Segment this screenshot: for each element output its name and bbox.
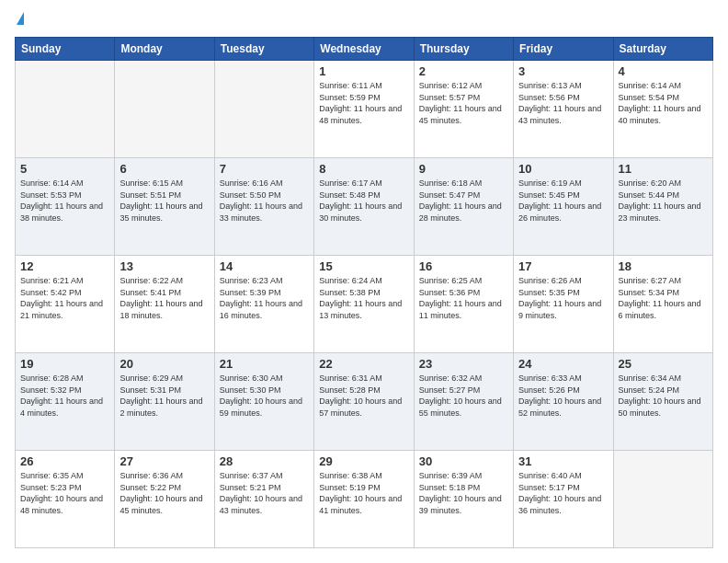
day-number: 27 <box>119 454 209 468</box>
weekday-header-row: SundayMondayTuesdayWednesdayThursdayFrid… <box>16 38 713 61</box>
weekday-header: Saturday <box>613 38 712 61</box>
day-number: 18 <box>619 259 708 273</box>
page: SundayMondayTuesdayWednesdayThursdayFrid… <box>0 0 728 563</box>
calendar-cell: 25Sunrise: 6:34 AM Sunset: 5:24 PM Dayli… <box>613 353 712 451</box>
day-info: Sunrise: 6:28 AM Sunset: 5:32 PM Dayligh… <box>20 373 109 419</box>
day-number: 14 <box>220 259 309 273</box>
calendar-cell <box>214 61 313 158</box>
day-number: 19 <box>20 357 109 371</box>
calendar-cell: 23Sunrise: 6:32 AM Sunset: 5:27 PM Dayli… <box>414 353 513 451</box>
day-info: Sunrise: 6:24 AM Sunset: 5:38 PM Dayligh… <box>319 275 408 321</box>
weekday-header: Tuesday <box>214 38 313 61</box>
calendar-week-row: 26Sunrise: 6:35 AM Sunset: 5:23 PM Dayli… <box>16 451 713 548</box>
calendar-cell: 15Sunrise: 6:24 AM Sunset: 5:38 PM Dayli… <box>314 256 414 353</box>
day-info: Sunrise: 6:14 AM Sunset: 5:54 PM Dayligh… <box>619 80 708 126</box>
day-info: Sunrise: 6:23 AM Sunset: 5:39 PM Dayligh… <box>220 275 309 321</box>
day-info: Sunrise: 6:18 AM Sunset: 5:47 PM Dayligh… <box>419 178 508 224</box>
header <box>15 15 713 28</box>
day-number: 25 <box>619 357 708 371</box>
day-info: Sunrise: 6:40 AM Sunset: 5:17 PM Dayligh… <box>518 470 608 516</box>
calendar-cell: 4Sunrise: 6:14 AM Sunset: 5:54 PM Daylig… <box>613 61 712 158</box>
day-info: Sunrise: 6:12 AM Sunset: 5:57 PM Dayligh… <box>419 80 508 126</box>
weekday-header: Friday <box>514 38 613 61</box>
weekday-header: Wednesday <box>314 38 414 61</box>
day-number: 1 <box>319 64 408 78</box>
day-info: Sunrise: 6:16 AM Sunset: 5:50 PM Dayligh… <box>220 178 309 224</box>
day-info: Sunrise: 6:30 AM Sunset: 5:30 PM Dayligh… <box>220 373 309 419</box>
calendar-cell <box>613 451 712 548</box>
day-number: 17 <box>518 259 608 273</box>
weekday-header: Sunday <box>16 38 115 61</box>
calendar-cell: 6Sunrise: 6:15 AM Sunset: 5:51 PM Daylig… <box>115 158 214 256</box>
day-number: 20 <box>119 357 209 371</box>
day-info: Sunrise: 6:20 AM Sunset: 5:44 PM Dayligh… <box>619 178 708 224</box>
day-info: Sunrise: 6:22 AM Sunset: 5:41 PM Dayligh… <box>119 275 209 321</box>
day-info: Sunrise: 6:13 AM Sunset: 5:56 PM Dayligh… <box>518 80 608 126</box>
day-info: Sunrise: 6:35 AM Sunset: 5:23 PM Dayligh… <box>20 470 109 516</box>
day-info: Sunrise: 6:14 AM Sunset: 5:53 PM Dayligh… <box>20 178 109 224</box>
day-number: 26 <box>20 454 109 468</box>
day-number: 31 <box>518 454 608 468</box>
day-number: 16 <box>419 259 508 273</box>
day-info: Sunrise: 6:27 AM Sunset: 5:34 PM Dayligh… <box>619 275 708 321</box>
day-info: Sunrise: 6:38 AM Sunset: 5:19 PM Dayligh… <box>319 470 408 516</box>
calendar-cell: 29Sunrise: 6:38 AM Sunset: 5:19 PM Dayli… <box>314 451 414 548</box>
calendar-cell: 26Sunrise: 6:35 AM Sunset: 5:23 PM Dayli… <box>16 451 115 548</box>
calendar-cell: 13Sunrise: 6:22 AM Sunset: 5:41 PM Dayli… <box>115 256 214 353</box>
day-number: 30 <box>419 454 508 468</box>
day-number: 22 <box>319 357 408 371</box>
calendar-cell: 7Sunrise: 6:16 AM Sunset: 5:50 PM Daylig… <box>214 158 313 256</box>
calendar-cell: 17Sunrise: 6:26 AM Sunset: 5:35 PM Dayli… <box>514 256 613 353</box>
calendar-cell: 20Sunrise: 6:29 AM Sunset: 5:31 PM Dayli… <box>115 353 214 451</box>
day-number: 28 <box>220 454 309 468</box>
calendar-cell: 5Sunrise: 6:14 AM Sunset: 5:53 PM Daylig… <box>16 158 115 256</box>
day-info: Sunrise: 6:11 AM Sunset: 5:59 PM Dayligh… <box>319 80 408 126</box>
day-number: 2 <box>419 64 508 78</box>
calendar-cell <box>16 61 115 158</box>
day-info: Sunrise: 6:21 AM Sunset: 5:42 PM Dayligh… <box>20 275 109 321</box>
calendar-table: SundayMondayTuesdayWednesdayThursdayFrid… <box>15 37 713 548</box>
day-number: 7 <box>220 162 309 176</box>
calendar-cell: 24Sunrise: 6:33 AM Sunset: 5:26 PM Dayli… <box>514 353 613 451</box>
calendar-cell: 22Sunrise: 6:31 AM Sunset: 5:28 PM Dayli… <box>314 353 414 451</box>
day-info: Sunrise: 6:25 AM Sunset: 5:36 PM Dayligh… <box>419 275 508 321</box>
day-number: 4 <box>619 64 708 78</box>
calendar-cell: 10Sunrise: 6:19 AM Sunset: 5:45 PM Dayli… <box>514 158 613 256</box>
calendar-cell: 1Sunrise: 6:11 AM Sunset: 5:59 PM Daylig… <box>314 61 414 158</box>
calendar-cell <box>115 61 214 158</box>
calendar-cell: 12Sunrise: 6:21 AM Sunset: 5:42 PM Dayli… <box>16 256 115 353</box>
day-number: 5 <box>20 162 109 176</box>
weekday-header: Monday <box>115 38 214 61</box>
day-number: 9 <box>419 162 508 176</box>
day-info: Sunrise: 6:26 AM Sunset: 5:35 PM Dayligh… <box>518 275 608 321</box>
calendar-cell: 31Sunrise: 6:40 AM Sunset: 5:17 PM Dayli… <box>514 451 613 548</box>
logo <box>15 15 24 28</box>
day-info: Sunrise: 6:29 AM Sunset: 5:31 PM Dayligh… <box>119 373 209 419</box>
calendar-cell: 16Sunrise: 6:25 AM Sunset: 5:36 PM Dayli… <box>414 256 513 353</box>
calendar-week-row: 1Sunrise: 6:11 AM Sunset: 5:59 PM Daylig… <box>16 61 713 158</box>
day-number: 21 <box>220 357 309 371</box>
day-number: 11 <box>619 162 708 176</box>
logo-text <box>15 15 24 28</box>
logo-icon <box>17 12 24 25</box>
day-number: 12 <box>20 259 109 273</box>
day-number: 6 <box>119 162 209 176</box>
day-number: 13 <box>119 259 209 273</box>
calendar-week-row: 19Sunrise: 6:28 AM Sunset: 5:32 PM Dayli… <box>16 353 713 451</box>
day-info: Sunrise: 6:32 AM Sunset: 5:27 PM Dayligh… <box>419 373 508 419</box>
day-info: Sunrise: 6:37 AM Sunset: 5:21 PM Dayligh… <box>220 470 309 516</box>
calendar-cell: 3Sunrise: 6:13 AM Sunset: 5:56 PM Daylig… <box>514 61 613 158</box>
calendar-cell: 2Sunrise: 6:12 AM Sunset: 5:57 PM Daylig… <box>414 61 513 158</box>
day-number: 8 <box>319 162 408 176</box>
day-number: 29 <box>319 454 408 468</box>
calendar-cell: 28Sunrise: 6:37 AM Sunset: 5:21 PM Dayli… <box>214 451 313 548</box>
calendar-cell: 8Sunrise: 6:17 AM Sunset: 5:48 PM Daylig… <box>314 158 414 256</box>
day-info: Sunrise: 6:36 AM Sunset: 5:22 PM Dayligh… <box>119 470 209 516</box>
day-number: 15 <box>319 259 408 273</box>
calendar-cell: 30Sunrise: 6:39 AM Sunset: 5:18 PM Dayli… <box>414 451 513 548</box>
calendar-cell: 27Sunrise: 6:36 AM Sunset: 5:22 PM Dayli… <box>115 451 214 548</box>
calendar-week-row: 5Sunrise: 6:14 AM Sunset: 5:53 PM Daylig… <box>16 158 713 256</box>
day-number: 10 <box>518 162 608 176</box>
calendar-cell: 11Sunrise: 6:20 AM Sunset: 5:44 PM Dayli… <box>613 158 712 256</box>
calendar-cell: 14Sunrise: 6:23 AM Sunset: 5:39 PM Dayli… <box>214 256 313 353</box>
